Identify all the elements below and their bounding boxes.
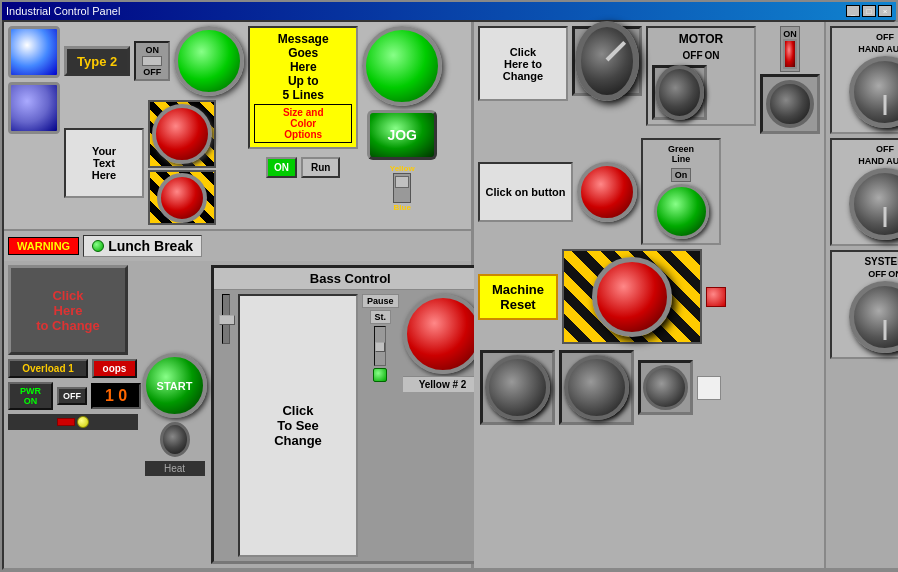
- motor-on-label: ON: [705, 50, 720, 61]
- green-line-switch: On: [647, 168, 715, 239]
- knob-bottom-3-container: [638, 360, 693, 415]
- knob-bottom-2[interactable]: [564, 355, 629, 420]
- big-green-button-1[interactable]: [174, 26, 244, 96]
- title-bar-buttons: _ □ ×: [846, 5, 892, 17]
- slider-thumb-left[interactable]: [219, 315, 235, 325]
- on-indicator-label: ON: [783, 29, 797, 39]
- knob-small-on[interactable]: [766, 80, 814, 128]
- row3-on-label: ON: [888, 269, 898, 279]
- warning-stripes-2: [148, 170, 216, 225]
- maximize-button[interactable]: □: [862, 5, 876, 17]
- on-label: ON: [145, 45, 159, 55]
- light-blue-2[interactable]: [8, 82, 60, 134]
- knob-right-1[interactable]: [849, 56, 898, 128]
- close-button[interactable]: ×: [878, 5, 892, 17]
- machine-reset-label: Machine Reset: [478, 274, 558, 320]
- type2-row: Type 2 ON OFF: [64, 26, 244, 96]
- overload-button[interactable]: Overload 1: [8, 359, 88, 378]
- right-top-row: Click Here to Change MOTOR OFF ON: [478, 26, 820, 134]
- oops-button[interactable]: oops: [92, 359, 137, 378]
- toggle-body[interactable]: [393, 173, 411, 203]
- col3: Message Goes Here Up to 5 Lines Size and…: [248, 26, 358, 225]
- click-on-button-box[interactable]: Click on button: [478, 162, 573, 222]
- jog-button[interactable]: JOG: [367, 110, 437, 160]
- click-here-right-label: Click Here to Change: [503, 46, 543, 82]
- system-label: SYSTEM: [864, 256, 898, 267]
- click-to-see-box[interactable]: Click To See Change: [238, 294, 358, 557]
- heat-label: Heat: [145, 461, 205, 476]
- bottom-knobs-row: [478, 348, 820, 427]
- red-button-2[interactable]: [157, 173, 207, 223]
- on-run-area: ON Run: [262, 155, 344, 180]
- bass-control-body: Click To See Change Pause St.: [214, 290, 487, 561]
- knob-row-2-hand-auto: HAND AUTO: [858, 156, 898, 166]
- run-button[interactable]: Run: [301, 157, 340, 178]
- indicator-red-machine[interactable]: [706, 287, 726, 307]
- slider-thumb-pause[interactable]: [375, 342, 385, 352]
- motor-knob-container: [652, 65, 707, 120]
- red-button-medium[interactable]: [403, 294, 483, 374]
- right-second-row: Click on button Green Line On: [478, 138, 820, 245]
- type2-button[interactable]: Type 2: [64, 46, 130, 76]
- on-off-switch[interactable]: ON OFF: [134, 41, 170, 81]
- overload-oops-row: Overload 1 oops: [8, 359, 138, 378]
- vertical-slider-pause[interactable]: [374, 326, 386, 366]
- left-bottom-left: Click Here to Change Overload 1 oops PWR…: [8, 265, 138, 564]
- knob-large-1[interactable]: [575, 21, 639, 101]
- knob-right-2[interactable]: [849, 168, 898, 240]
- small-yellow-indicator: [77, 416, 89, 428]
- green-button-medium[interactable]: [654, 184, 709, 239]
- click-here-change-right[interactable]: Click Here to Change: [478, 26, 568, 101]
- yellow-toggle[interactable]: Yellow Blue: [390, 164, 415, 212]
- pause-button[interactable]: Pause: [362, 294, 399, 308]
- knob-bottom-3[interactable]: [643, 365, 688, 410]
- knob-row-2: OFF HAND AUTO: [830, 138, 898, 246]
- slider-track-left[interactable]: [222, 294, 230, 344]
- jog-row: ON Run: [248, 155, 358, 180]
- on-indicator-col: ON: [760, 26, 820, 134]
- big-green-button-2[interactable]: [362, 26, 442, 106]
- on-button[interactable]: ON: [266, 157, 297, 178]
- machine-reset-text: Machine Reset: [492, 282, 544, 312]
- green-on-indicator: On: [671, 168, 692, 182]
- motor-off-label: OFF: [683, 50, 703, 61]
- small-knob-1[interactable]: [160, 422, 190, 457]
- red-button-1[interactable]: [152, 104, 212, 164]
- lunch-break-label: Lunch Break: [83, 235, 202, 257]
- red-btn-yellow-col: Yellow # 2: [403, 294, 483, 557]
- click-here-change-box[interactable]: Click Here to Change: [8, 265, 128, 355]
- motor-label: MOTOR: [652, 32, 750, 46]
- toggle-knob[interactable]: [395, 176, 409, 188]
- click-to-see-label: Click To See Change: [274, 403, 322, 448]
- indicator-red-small[interactable]: [783, 39, 797, 69]
- start-button[interactable]: START: [142, 353, 207, 418]
- pwr-button[interactable]: PWR ON: [8, 382, 53, 410]
- right-knob-panel: OFF HAND AUTO OFF HAND AUTO: [824, 22, 898, 568]
- bass-control-header: Bass Control: [214, 268, 487, 290]
- knob-right-3[interactable]: [849, 281, 898, 353]
- minimize-button[interactable]: _: [846, 5, 860, 17]
- toggle-switch-row: Yellow Blue: [390, 164, 415, 212]
- left-bottom-section: Click Here to Change Overload 1 oops PWR…: [4, 261, 471, 568]
- click-here-label: Click Here to Change: [36, 288, 100, 333]
- knob-bottom-1[interactable]: [485, 355, 550, 420]
- title-bar: Industrial Control Panel _ □ ×: [2, 2, 896, 20]
- step-button[interactable]: St.: [370, 310, 392, 324]
- motor-area: MOTOR OFF ON: [646, 26, 756, 126]
- off-label: OFF: [143, 67, 161, 77]
- vert-slider-left[interactable]: [218, 294, 234, 557]
- right-panel: Click Here to Change MOTOR OFF ON: [474, 22, 898, 568]
- red-button-right-1[interactable]: [577, 162, 637, 222]
- light-blue-1[interactable]: [8, 26, 60, 78]
- main-content: Type 2 ON OFF Your Text Here: [2, 20, 896, 570]
- size-color-box: Size and Color Options: [254, 104, 352, 143]
- click-on-btn-label: Click on button: [485, 186, 565, 198]
- knob-bottom-2-container: [559, 350, 634, 425]
- left-panel: Type 2 ON OFF Your Text Here: [4, 22, 474, 568]
- message-text: Message Goes Here Up to 5 Lines: [254, 32, 352, 102]
- big-red-button-reset[interactable]: [592, 257, 672, 337]
- row2-auto-label: AUTO: [886, 156, 898, 166]
- motor-knob[interactable]: [655, 65, 704, 120]
- switch-handle[interactable]: [142, 56, 162, 66]
- off-small-button[interactable]: OFF: [57, 387, 87, 405]
